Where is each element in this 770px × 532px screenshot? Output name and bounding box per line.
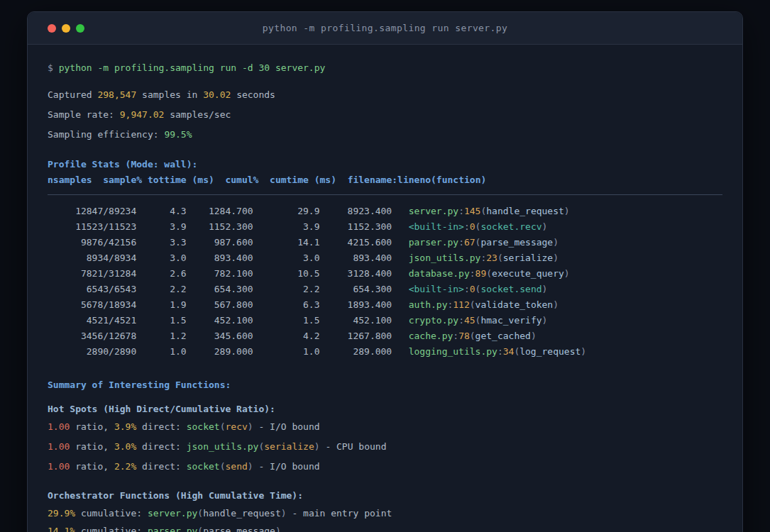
header-divider xyxy=(48,194,722,195)
tottime-cell: 1152.300 xyxy=(187,219,253,235)
tottime-cell: 567.800 xyxy=(187,297,253,313)
tottime-cell: 654.300 xyxy=(187,282,253,297)
table-row: 11523/115233.91152.3003.91152.300<built-… xyxy=(48,219,722,235)
titlebar[interactable]: python -m profiling.sampling run server.… xyxy=(28,12,742,45)
function-name: handle_request xyxy=(486,204,564,219)
close-paren: ) xyxy=(553,235,559,250)
filename: logging_utils.py xyxy=(409,344,497,360)
location-cell: json_utils.py:23(serialize) xyxy=(409,250,559,266)
table-row: 5678/189341.9567.8006.31893.400auth.py:1… xyxy=(48,297,722,313)
profile-stats-heading: Profile Stats (Mode: wall): xyxy=(48,157,722,172)
open-paren: ( xyxy=(220,461,226,472)
location-cell: cache.py:78(get_cached) xyxy=(409,328,537,344)
window-title: python -m profiling.sampling run server.… xyxy=(28,23,742,33)
target-name: socket xyxy=(187,421,220,432)
nsamples-cell: 12847/89234 xyxy=(48,204,136,219)
close-paren: ) xyxy=(553,250,559,266)
open-paren: ( xyxy=(475,235,481,250)
close-paren: ) xyxy=(248,461,253,472)
maximize-button[interactable] xyxy=(76,24,84,33)
function-name: socket.send xyxy=(480,282,541,297)
target-name: socket xyxy=(187,461,220,472)
colon-separator: : xyxy=(470,266,475,282)
table-header: nsamples sample% tottime (ms) cumul% cum… xyxy=(48,172,722,188)
filename: server.py xyxy=(409,204,458,219)
command-line: $ python -m profiling.sampling run -d 30… xyxy=(48,60,722,76)
line-number: 23 xyxy=(486,250,497,266)
colon-separator: : xyxy=(458,204,464,219)
filename: parser.py xyxy=(409,235,458,250)
location-cell: database.py:89(execute_query) xyxy=(409,266,570,282)
function-name: serialize xyxy=(503,250,553,266)
hot-spot-line: 1.00 ratio, 3.9% direct: socket(recv) - … xyxy=(48,419,722,435)
tottime-cell: 893.400 xyxy=(187,250,253,266)
terminal-output[interactable]: $ python -m profiling.sampling run -d 30… xyxy=(28,45,742,532)
function-name: log_request xyxy=(519,344,581,360)
close-paren: ) xyxy=(553,297,559,313)
line-number: 112 xyxy=(453,297,469,313)
tottime-cell: 987.600 xyxy=(187,235,253,250)
sample-pct-cell: 2.2 xyxy=(136,282,186,297)
close-paren: ) xyxy=(281,508,287,519)
cumulative-label: cumulative: xyxy=(75,508,148,519)
open-paren: ( xyxy=(470,328,475,344)
cumulative-pct: 29.9% xyxy=(48,508,75,519)
nsamples-cell: 3456/12678 xyxy=(48,328,136,344)
cumtime-cell: 8923.400 xyxy=(319,204,392,219)
minimize-button[interactable] xyxy=(62,24,70,33)
ratio-value: 1.00 xyxy=(48,421,70,432)
cumtime-cell: 289.000 xyxy=(319,344,392,360)
colon-separator: : xyxy=(458,313,464,328)
colon-separator: : xyxy=(453,328,458,344)
line-number: 34 xyxy=(503,344,515,360)
prompt-symbol: $ xyxy=(48,62,53,73)
line-number: 145 xyxy=(464,204,480,219)
rate-value: 9,947.02 xyxy=(120,109,165,120)
cumul-pct-cell: 29.9 xyxy=(253,204,320,219)
table-row: 12847/892344.31284.70029.98923.400server… xyxy=(48,204,722,219)
direct-pct: 3.0% xyxy=(114,441,136,452)
cumul-pct-cell: 1.0 xyxy=(253,344,320,360)
cumul-pct-cell: 10.5 xyxy=(253,266,320,282)
cumtime-cell: 452.100 xyxy=(319,313,392,328)
orchestrator-line: 14.1% cumulative: parser.py(parse_messag… xyxy=(48,523,722,532)
tottime-cell: 452.100 xyxy=(187,313,253,328)
tottime-cell: 782.100 xyxy=(187,266,253,282)
location-cell: parser.py:67(parse_message) xyxy=(409,235,559,250)
line-number: 67 xyxy=(464,235,475,250)
sample-pct-cell: 2.6 xyxy=(136,266,186,282)
target-func: serialize xyxy=(264,441,314,452)
location-cell: crypto.py:45(hmac_verify) xyxy=(409,313,548,328)
function-name: execute_query xyxy=(492,266,564,282)
efficiency-value: 99.5% xyxy=(164,129,192,140)
sample-pct-cell: 3.3 xyxy=(136,235,186,250)
sample-pct-cell: 1.5 xyxy=(136,313,186,328)
close-paren: ) xyxy=(542,219,548,235)
close-paren: ) xyxy=(564,204,570,219)
captured-suffix: seconds xyxy=(231,89,275,100)
filename: crypto.py xyxy=(409,313,458,328)
open-paren: ( xyxy=(197,508,203,519)
tottime-cell: 289.000 xyxy=(187,344,253,360)
close-paren: ) xyxy=(248,421,253,432)
open-paren: ( xyxy=(470,297,475,313)
command-text: python -m profiling.sampling run -d 30 s… xyxy=(59,62,326,73)
filename: server.py xyxy=(148,508,197,519)
table-row: 4521/45211.5452.1001.5452.100crypto.py:4… xyxy=(48,313,722,328)
colon-separator: : xyxy=(447,297,453,313)
rate-unit: samples/sec xyxy=(164,109,231,120)
location-cell: auth.py:112(validate_token) xyxy=(409,297,559,313)
colon-separator: : xyxy=(464,219,470,235)
bound-note: - CPU bound xyxy=(320,441,387,452)
filename: cache.py xyxy=(409,328,453,344)
open-paren: ( xyxy=(486,266,492,282)
cumul-pct-cell: 14.1 xyxy=(253,235,320,250)
sample-pct-cell: 1.0 xyxy=(136,344,186,360)
hot-spot-line: 1.00 ratio, 2.2% direct: socket(send) - … xyxy=(48,459,722,475)
nsamples-cell: 11523/11523 xyxy=(48,219,136,235)
role-note: - main entry point xyxy=(287,508,392,519)
close-button[interactable] xyxy=(48,24,56,33)
table-row: 6543/65432.2654.3002.2654.300<built-in>:… xyxy=(48,282,722,297)
colon-separator: : xyxy=(458,235,464,250)
ratio-value: 1.00 xyxy=(48,441,70,452)
